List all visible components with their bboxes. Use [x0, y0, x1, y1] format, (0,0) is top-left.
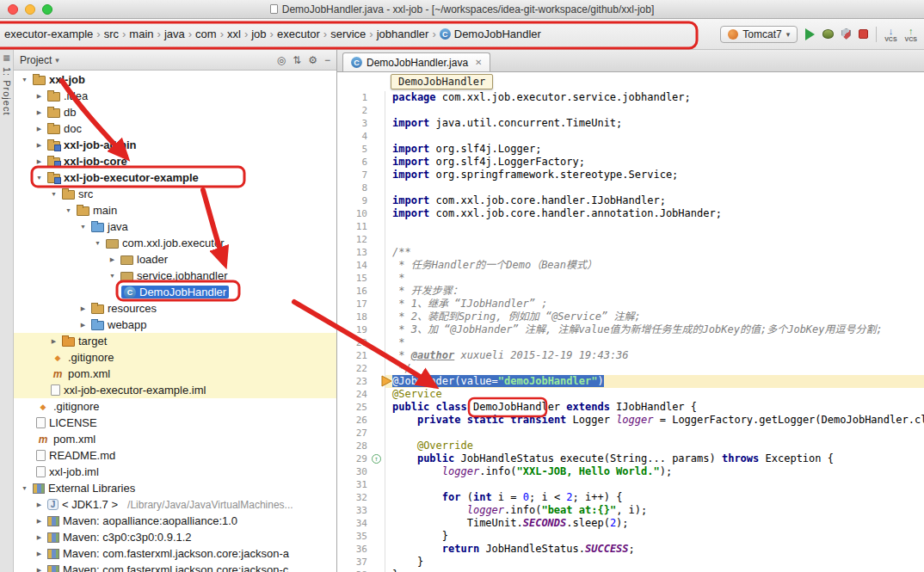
chevron-down-icon[interactable]: ▼: [63, 207, 74, 213]
breadcrumb-item-executor[interactable]: executor: [274, 26, 323, 42]
code-line-1[interactable]: 1package com.xxl.job.executor.service.jo…: [337, 91, 924, 104]
tree-item-main[interactable]: ▼main: [14, 202, 336, 218]
tree-item-gitignore[interactable]: ◆.gitignore: [14, 349, 336, 366]
code-line-14[interactable]: 14 * 任务Handler的一个Demo（Bean模式）: [337, 259, 924, 272]
code-line-6[interactable]: 6import org.slf4j.LoggerFactory;: [337, 156, 924, 169]
chevron-down-icon[interactable]: ▼: [77, 224, 89, 230]
code-line-11[interactable]: 11: [337, 220, 924, 233]
minimize-window-button[interactable]: [25, 4, 35, 15]
code-line-29[interactable]: 29↑ public JobHandleStatus execute(Strin…: [337, 452, 924, 465]
code-line-20[interactable]: 20 *: [337, 336, 924, 349]
chevron-right-icon[interactable]: ▶: [107, 256, 118, 263]
tree-item-resources[interactable]: ▶resources: [14, 300, 336, 317]
breadcrumb-item-executor-example[interactable]: executor-example: [2, 26, 95, 42]
tree-item-java[interactable]: ▼java: [14, 218, 336, 235]
code-line-23[interactable]: 23@JobHander(value="demoJobHandler"): [337, 375, 924, 388]
debug-button[interactable]: [822, 29, 834, 39]
tree-item-src[interactable]: ▼src: [14, 186, 336, 202]
tree-item-demojobhandler[interactable]: CDemoJobHandler: [14, 284, 336, 300]
code-line-19[interactable]: 19 * 3、加 “@JobHander” 注解, 注解value值为新增任务生…: [337, 323, 924, 336]
breadcrumb-item-xxl[interactable]: xxl: [225, 26, 243, 42]
project-view-dropdown[interactable]: Project ▾: [20, 54, 59, 66]
breadcrumb-item-jobhandler[interactable]: jobhandler: [374, 26, 432, 42]
stop-button[interactable]: [859, 29, 868, 39]
chevron-right-icon[interactable]: ▶: [34, 158, 45, 165]
code-line-22[interactable]: 22 */: [337, 362, 924, 375]
chevron-down-icon[interactable]: ▼: [34, 175, 45, 181]
code-line-13[interactable]: 13/**: [337, 246, 924, 259]
tree-item-pom-xml[interactable]: mpom.xml: [14, 366, 336, 382]
code-line-31[interactable]: 31: [337, 478, 924, 491]
tree-item-maven-com-fasterxml-jackson-core-jackson-c[interactable]: ▶Maven: com.fasterxml.jackson.core:jacks…: [14, 562, 336, 572]
code-line-2[interactable]: 2: [337, 104, 924, 117]
vcs-update-button[interactable]: ↓ VCS: [884, 27, 896, 42]
code-line-35[interactable]: 35 }: [337, 530, 924, 543]
chevron-right-icon[interactable]: ▶: [34, 518, 45, 525]
tree-item-xxl-job-executor-example[interactable]: ▼xxl-job-executor-example: [14, 169, 336, 186]
chevron-down-icon[interactable]: ▼: [107, 273, 118, 279]
code-line-15[interactable]: 15 *: [337, 272, 924, 285]
tree-item-maven-c3p0-c3p0-0-9-1-2[interactable]: ▶Maven: c3p0:c3p0:0.9.1.2: [14, 529, 336, 545]
chevron-right-icon[interactable]: ▶: [34, 534, 45, 541]
tree-item-gitignore[interactable]: ◆.gitignore: [14, 398, 336, 415]
run-configuration-select[interactable]: Tomcat7 ▾: [720, 26, 798, 43]
code-line-17[interactable]: 17 * 1、继承 “IJobHandler” ;: [337, 298, 924, 311]
tree-item-loader[interactable]: ▶loader: [14, 251, 336, 268]
breadcrumb-item-com[interactable]: com: [193, 26, 219, 42]
zoom-window-button[interactable]: [42, 4, 52, 15]
tree-item-db[interactable]: ▶db: [14, 104, 336, 120]
run-button[interactable]: [805, 28, 815, 40]
tree-item-license[interactable]: LICENSE: [14, 415, 336, 431]
tree-item-target[interactable]: ▶target: [14, 333, 336, 349]
close-icon[interactable]: ✕: [475, 58, 482, 67]
chevron-right-icon[interactable]: ▶: [77, 322, 89, 329]
code-line-5[interactable]: 5import org.slf4j.Logger;: [337, 143, 924, 156]
code-area[interactable]: 1package com.xxl.job.executor.service.jo…: [337, 91, 924, 572]
code-line-24[interactable]: 24@Service: [337, 388, 924, 401]
tree-item-xxl-job-iml[interactable]: xxl-job.iml: [14, 464, 336, 480]
chevron-right-icon[interactable]: ▶: [34, 142, 45, 149]
chevron-right-icon[interactable]: ▶: [34, 567, 45, 572]
code-line-32[interactable]: 32 for (int i = 0; i < 2; i++) {: [337, 491, 924, 504]
breadcrumb-item-job[interactable]: job: [249, 26, 268, 42]
breadcrumb-item-src[interactable]: src: [102, 26, 121, 42]
code-line-8[interactable]: 8: [337, 181, 924, 194]
chevron-down-icon[interactable]: ▼: [19, 77, 30, 83]
breadcrumb-item-java[interactable]: java: [162, 26, 188, 42]
tree-item-xxl-job[interactable]: ▼xxl-job: [14, 71, 336, 88]
vcs-commit-button[interactable]: ↑ VCS: [905, 27, 917, 42]
code-line-26[interactable]: 26 private static transient Logger logge…: [337, 414, 924, 427]
tree-item-idea[interactable]: ▶.idea: [14, 88, 336, 104]
code-line-37[interactable]: 37 }: [337, 556, 924, 569]
chevron-right-icon[interactable]: ▶: [34, 501, 45, 508]
code-line-25[interactable]: 25public class DemoJobHandler extends IJ…: [337, 401, 924, 414]
code-line-9[interactable]: 9import com.xxl.job.core.handler.IJobHan…: [337, 194, 924, 207]
code-line-3[interactable]: 3import java.util.concurrent.TimeUnit;: [337, 117, 924, 130]
chevron-right-icon[interactable]: ▶: [34, 109, 45, 116]
tree-item-external-libraries[interactable]: ▼External Libraries: [14, 480, 336, 496]
tree-item-doc[interactable]: ▶doc: [14, 120, 336, 137]
code-line-18[interactable]: 18 * 2、装配到Spring, 例如加 “@Service” 注解;: [337, 311, 924, 323]
chevron-down-icon[interactable]: ▼: [92, 240, 103, 246]
tree-item-maven-com-fasterxml-jackson-core-jackson-a[interactable]: ▶Maven: com.fasterxml.jackson.core:jacks…: [14, 545, 336, 562]
breadcrumb-item-main[interactable]: main: [126, 26, 156, 42]
code-line-38[interactable]: 38}: [337, 569, 924, 572]
code-line-33[interactable]: 33 logger.info("beat at:{}", i);: [337, 504, 924, 517]
chevron-down-icon[interactable]: ▼: [48, 191, 59, 197]
breadcrumb-item-demojobhandler[interactable]: CDemoJobHandler: [437, 26, 544, 42]
chevron-right-icon[interactable]: ▶: [34, 126, 45, 132]
locate-icon[interactable]: ◎: [277, 54, 286, 66]
code-line-10[interactable]: 10import com.xxl.job.core.handler.annota…: [337, 207, 924, 220]
code-line-7[interactable]: 7import org.springframework.stereotype.S…: [337, 169, 924, 181]
code-line-21[interactable]: 21 * @author xuxueli 2015-12-19 19:43:36: [337, 349, 924, 362]
tab-demojobhandler-java[interactable]: C DemoJobHandler.java ✕: [342, 52, 490, 71]
tree-item-jdk1-7[interactable]: ▶J< JDK1.7 >/Library/Java/JavaVirtualMac…: [14, 496, 336, 513]
tree-item-xxl-job-admin[interactable]: ▶xxl-job-admin: [14, 137, 336, 153]
tree-item-com-xxl-job-executor[interactable]: ▼com.xxl.job.executor: [14, 235, 336, 251]
project-tool-window-button[interactable]: 1: Project: [2, 67, 12, 115]
file-breadcrumb-tag[interactable]: DemoJobHandler: [391, 74, 493, 89]
breadcrumb-item-service[interactable]: service: [328, 26, 368, 42]
code-line-28[interactable]: 28 @Override: [337, 440, 924, 452]
tree-item-service-jobhandler[interactable]: ▼service.jobhandler: [14, 268, 336, 284]
code-line-4[interactable]: 4: [337, 130, 924, 143]
